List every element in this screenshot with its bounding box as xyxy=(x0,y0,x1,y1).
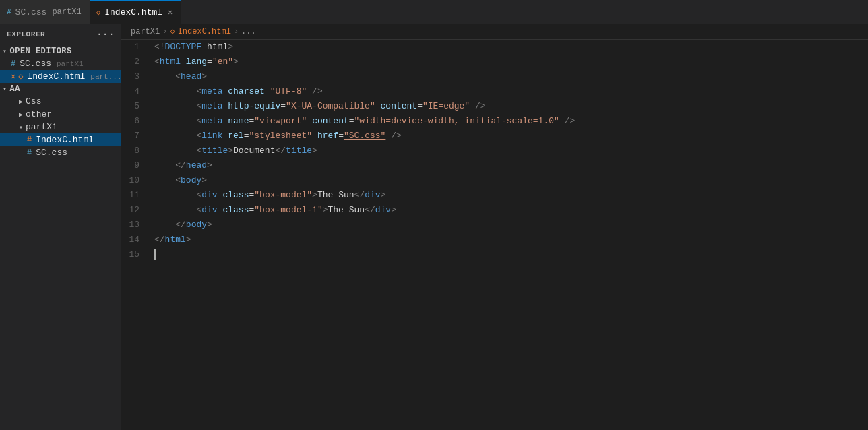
code-line-3: <head> xyxy=(154,69,868,84)
token: = xyxy=(249,114,254,129)
tab-indexc-html[interactable]: ◇ IndexC.html ✕ xyxy=(90,0,181,24)
breadcrumb-partx1: partX1 xyxy=(131,27,160,36)
token xyxy=(222,84,228,99)
main-layout: EXPLORER ··· ▾ OPEN EDITORS # SC.css par… xyxy=(0,24,868,430)
token: "SC.css" xyxy=(344,129,385,144)
sidebar-item-partx1-folder[interactable]: ▾ partX1 xyxy=(0,121,121,133)
token xyxy=(375,99,381,114)
code-line-5: <meta http-equiv="X-UA-Compatible" conte… xyxy=(154,99,868,114)
token: = xyxy=(244,129,249,144)
tab-bar: # SC.css partX1 ◇ IndexC.html ✕ xyxy=(0,0,868,24)
token: "X-UA-Compatible" xyxy=(286,99,375,114)
token: > xyxy=(202,69,207,84)
sc-css-file-label: SC.css xyxy=(36,148,67,158)
code-line-14: </html> xyxy=(154,233,868,247)
token: lang xyxy=(186,55,207,69)
token: content xyxy=(381,99,418,114)
token: </ xyxy=(175,218,186,233)
sidebar: EXPLORER ··· ▾ OPEN EDITORS # SC.css par… xyxy=(0,24,121,430)
token: > xyxy=(186,233,191,247)
editor-cursor xyxy=(154,249,156,260)
line-num-3: 3 xyxy=(121,69,145,84)
partx1-folder-chevron: ▾ xyxy=(19,123,23,131)
token: = xyxy=(249,203,254,218)
token: charset xyxy=(228,84,265,99)
explorer-title: EXPLORER xyxy=(7,30,45,38)
sidebar-sc-css-suffix: partX1 xyxy=(57,60,84,68)
token: meta xyxy=(202,84,222,99)
code-line-6: <meta name="viewport" content="width=dev… xyxy=(154,114,868,129)
token xyxy=(154,69,175,84)
more-options-icon[interactable]: ··· xyxy=(96,29,115,40)
token: > xyxy=(312,144,317,158)
open-editors-header[interactable]: ▾ OPEN EDITORS xyxy=(0,45,121,57)
token: = xyxy=(280,99,286,114)
token: body xyxy=(181,173,202,188)
token xyxy=(218,188,223,203)
token: div xyxy=(375,203,391,218)
sidebar-item-sc-css[interactable]: # SC.css partX1 xyxy=(0,57,121,70)
token: = xyxy=(338,129,344,144)
css-folder-label: Css xyxy=(26,96,41,106)
css-file-icon-sidebar: # xyxy=(27,148,32,158)
token: http-equiv xyxy=(228,99,280,114)
html-file-icon-sidebar: # xyxy=(27,135,32,145)
token xyxy=(154,129,196,144)
code-line-7: <link rel="stylesheet" href="SC.css" /> xyxy=(154,129,868,144)
sidebar-item-css-folder[interactable]: ▶ Css xyxy=(0,95,121,108)
token: body xyxy=(186,218,207,233)
token: = xyxy=(207,55,212,69)
token: head xyxy=(186,158,207,173)
token: "box-model-1" xyxy=(254,203,322,218)
tab-indexc-html-label: IndexC.html xyxy=(104,7,162,18)
token xyxy=(307,84,312,99)
token: rel xyxy=(228,129,243,144)
open-editors-label: OPEN EDITORS xyxy=(10,47,72,56)
token: title xyxy=(286,144,312,158)
token xyxy=(154,173,175,188)
sidebar-item-sc-css-file[interactable]: # SC.css xyxy=(0,146,121,159)
editor[interactable]: 1 2 3 4 5 6 7 8 9 10 11 12 13 14 15 <!DO… xyxy=(121,40,868,430)
token xyxy=(218,203,223,218)
line-num-1: 1 xyxy=(121,40,145,55)
token: < xyxy=(175,173,181,188)
sidebar-item-indexc-html-file[interactable]: # IndexC.html xyxy=(0,133,121,146)
line-num-12: 12 xyxy=(121,203,145,218)
token: > xyxy=(202,173,207,188)
aa-header[interactable]: ▾ AA xyxy=(0,83,121,95)
token: href xyxy=(317,129,338,144)
explorer-header-icons: ··· xyxy=(96,29,115,40)
token xyxy=(154,188,196,203)
token: = xyxy=(417,99,423,114)
code-line-12: <div class="box-model-1">The Sun</div> xyxy=(154,203,868,218)
token xyxy=(154,144,196,158)
token xyxy=(222,114,228,129)
aa-section: ▾ AA ▶ Css ▶ other ▾ partX1 # IndexC.htm… xyxy=(0,83,121,159)
token: > xyxy=(381,188,386,203)
token: name xyxy=(228,114,249,129)
code-line-10: <body> xyxy=(154,173,868,188)
code-line-8: <title>Document</title> xyxy=(154,144,868,158)
token: html xyxy=(160,55,181,69)
token: The Sun xyxy=(317,188,354,203)
line-num-9: 9 xyxy=(121,158,145,173)
aa-label: AA xyxy=(10,84,20,94)
line-num-7: 7 xyxy=(121,129,145,144)
token xyxy=(470,99,475,114)
token: < xyxy=(196,144,202,158)
token: "stylesheet" xyxy=(249,129,312,144)
tab-sc-css[interactable]: # SC.css partX1 xyxy=(0,0,90,24)
token xyxy=(181,55,186,69)
css-folder-chevron: ▶ xyxy=(19,98,23,106)
token: DOCTYPE xyxy=(165,40,202,55)
token: html xyxy=(202,40,228,55)
token: div xyxy=(202,203,217,218)
token: <! xyxy=(154,40,165,55)
sidebar-item-other-folder[interactable]: ▶ other xyxy=(0,108,121,121)
tab-indexc-html-close[interactable]: ✕ xyxy=(166,6,174,19)
code-line-9: </head> xyxy=(154,158,868,173)
sidebar-item-indexc-html[interactable]: ✕ ◇ IndexC.html part... xyxy=(0,70,121,83)
token: </ xyxy=(354,188,365,203)
html-icon: ◇ xyxy=(18,71,23,82)
code-content[interactable]: <!DOCTYPE html> <html lang="en"> <head> … xyxy=(152,40,868,430)
